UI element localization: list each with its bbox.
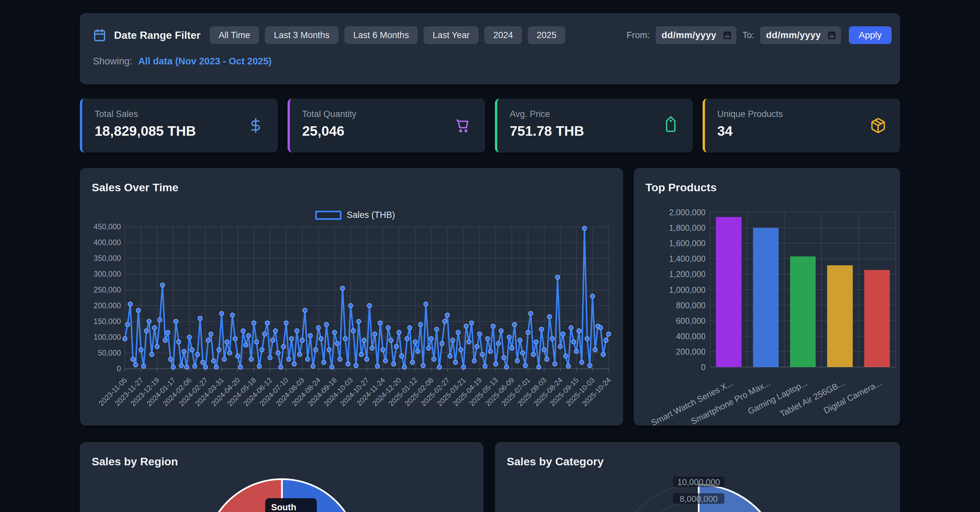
stat-label: Unique Products (718, 109, 887, 119)
stat-value: 34 (718, 123, 887, 139)
stat-label: Avg. Price (510, 109, 679, 119)
sales-by-category-chart[interactable]: 10,000,0008,000,000 (495, 442, 900, 512)
preset-all-time-button[interactable]: All Time (210, 26, 259, 44)
to-date-placeholder: dd/mm/yyyy (766, 30, 821, 40)
svg-text:450,000: 450,000 (94, 223, 121, 231)
to-label: To: (742, 30, 754, 40)
preset-2025-button[interactable]: 2025 (528, 26, 565, 44)
svg-text:300,000: 300,000 (94, 270, 121, 278)
filter-row: Date Range Filter All Time Last 3 Months… (93, 26, 892, 44)
svg-text:200,000: 200,000 (94, 301, 121, 310)
from-label: From: (626, 30, 650, 40)
showing-label: Showing: (93, 56, 132, 67)
svg-text:1,200,000: 1,200,000 (669, 269, 706, 279)
dollar-icon (247, 117, 264, 134)
preset-last-year-button[interactable]: Last Year (424, 26, 479, 44)
svg-text:250,000: 250,000 (94, 286, 121, 294)
top-products-chart[interactable]: 0200,000400,000600,000800,0001,000,0001,… (634, 168, 900, 426)
apply-button[interactable]: Apply (849, 26, 892, 44)
stat-label: Total Sales (95, 109, 264, 119)
svg-text:10,000,000: 10,000,000 (677, 477, 720, 487)
calendar-picker-icon[interactable] (827, 30, 836, 40)
svg-text:800,000: 800,000 (676, 301, 706, 310)
stat-card-avg-price: Avg. Price 751.78 THB (495, 99, 693, 153)
stat-card-total-sales: Total Sales 18,829,085 THB (80, 99, 278, 153)
date-range-filter-panel: Date Range Filter All Time Last 3 Months… (80, 13, 900, 84)
svg-text:0: 0 (117, 364, 121, 373)
svg-text:1,800,000: 1,800,000 (669, 223, 706, 232)
preset-last-6-months-button[interactable]: Last 6 Months (344, 26, 418, 44)
svg-text:600,000: 600,000 (676, 316, 706, 325)
sales-over-time-panel: Sales Over Time Sales (THB) 050,000100,0… (80, 168, 623, 426)
stat-card-total-quantity: Total Quantity 25,046 (288, 99, 485, 153)
svg-text:1,000,000: 1,000,000 (669, 285, 706, 294)
svg-text:8,000,000: 8,000,000 (679, 494, 718, 504)
tooltip-title: South (271, 502, 317, 512)
stat-label: Total Quantity (302, 109, 472, 119)
svg-text:0: 0 (701, 363, 706, 372)
top-products-panel: Top Products 0200,000400,000600,000800,0… (634, 168, 900, 426)
sales-over-time-chart[interactable]: 050,000100,000150,000200,000250,000300,0… (80, 168, 623, 426)
svg-text:2,000,000: 2,000,000 (669, 208, 706, 217)
preset-2024-button[interactable]: 2024 (484, 26, 522, 44)
svg-text:100,000: 100,000 (94, 333, 121, 342)
calendar-picker-icon[interactable] (723, 30, 732, 40)
svg-text:1,400,000: 1,400,000 (669, 254, 706, 263)
showing-row: Showing: All data (Nov 2023 - Oct 2025) (93, 56, 892, 67)
dashboard-page: Date Range Filter All Time Last 3 Months… (0, 0, 980, 512)
svg-text:400,000: 400,000 (676, 332, 706, 341)
stat-value: 18,829,085 THB (95, 123, 264, 139)
svg-text:Tablet Air 256GB...: Tablet Air 256GB... (778, 378, 846, 419)
from-date-placeholder: dd/mm/yyyy (662, 30, 716, 40)
showing-value: All data (Nov 2023 - Oct 2025) (138, 56, 272, 67)
to-date-input[interactable]: dd/mm/yyyy (760, 26, 841, 44)
svg-text:200,000: 200,000 (676, 347, 706, 356)
preset-last-3-months-button[interactable]: Last 3 Months (265, 26, 339, 44)
cart-icon (454, 117, 471, 134)
stat-value: 25,046 (302, 123, 472, 139)
svg-text:400,000: 400,000 (94, 238, 121, 247)
svg-text:50,000: 50,000 (98, 349, 121, 357)
svg-text:350,000: 350,000 (94, 254, 121, 262)
chart-tooltip: South (265, 498, 317, 512)
sales-by-region-panel: Sales by Region South (80, 442, 484, 512)
stats-row: Total Sales 18,829,085 THB Total Quantit… (80, 99, 900, 153)
filter-title: Date Range Filter (114, 29, 200, 41)
package-icon (870, 117, 886, 134)
from-date-input[interactable]: dd/mm/yyyy (655, 26, 737, 44)
svg-text:150,000: 150,000 (94, 317, 121, 326)
stat-value: 751.78 THB (510, 123, 679, 139)
calendar-icon (93, 29, 106, 42)
sales-by-category-panel: Sales by Category 10,000,0008,000,000 (495, 442, 900, 512)
svg-text:1,600,000: 1,600,000 (669, 239, 706, 248)
stat-card-unique-products: Unique Products 34 (703, 99, 900, 153)
